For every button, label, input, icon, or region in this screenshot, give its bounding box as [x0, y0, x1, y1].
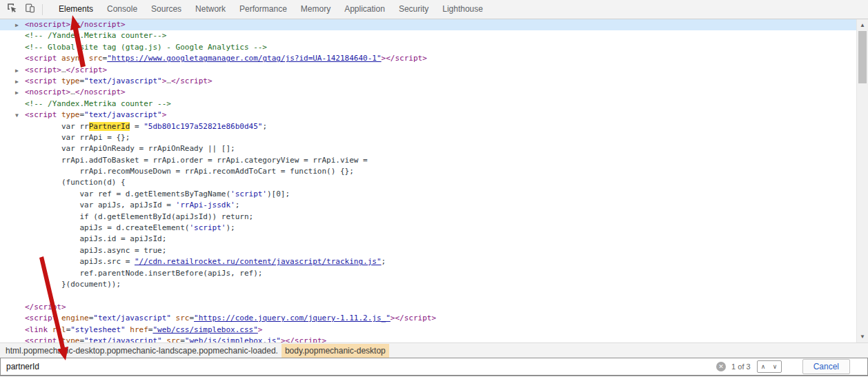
dom-tree-line[interactable]: <script async src="https://www.googletag…: [0, 53, 856, 64]
expand-arrow-icon[interactable]: ▶: [15, 76, 25, 88]
code-token: "web/js/simplebox.js": [185, 336, 281, 342]
code-token: var ref = d.getElementsByTagName(: [25, 190, 230, 198]
dom-tree-line[interactable]: apiJs = d.createElement('script');: [0, 223, 856, 234]
dom-tree-line[interactable]: var apiJs, apiJsId = 'rrApi-jssdk';: [0, 200, 856, 211]
code-token: "stylesheet": [70, 325, 125, 334]
dom-tree-line[interactable]: ▶<noscript>…</noscript>: [0, 87, 856, 98]
tab-performance[interactable]: Performance: [233, 0, 294, 19]
dom-tree-line[interactable]: ▼<script type="text/javascript">: [0, 110, 856, 121]
dom-tree-line[interactable]: var rrApi = {};: [0, 132, 856, 143]
code-token: )[0];: [267, 190, 290, 198]
dom-tree-line[interactable]: ▶<noscript>…</noscript>: [0, 19, 856, 30]
dom-tree-line[interactable]: <script type="text/javascript" src="web/…: [0, 336, 856, 342]
code-token: ></script>: [382, 54, 427, 63]
scroll-down-icon: ▼: [860, 334, 865, 340]
code-token: =: [130, 122, 144, 131]
code-token: "text/javascript": [84, 110, 162, 119]
dom-tree-line[interactable]: }(document));: [0, 279, 856, 290]
code-token: rrApi.addToBasket = rrApi.order = rrApi.…: [25, 156, 368, 165]
clear-search-button[interactable]: ✕: [716, 362, 726, 371]
code-token: 'script': [230, 190, 267, 198]
breadcrumb-item[interactable]: body.popmechanic-desktop: [282, 344, 389, 358]
code-token: ;: [262, 122, 267, 131]
find-bar: ✕ 1 of 3 ∧ ∨ Cancel: [0, 358, 868, 376]
device-toolbar-button[interactable]: [21, 1, 39, 19]
dom-tree-line[interactable]: apiJs.id = apiJsId;: [0, 234, 856, 245]
dom-tree-line[interactable]: <!-- /Yandex.Metrika counter-->: [0, 30, 856, 41]
code-token: <script: [25, 110, 61, 119]
match-count: 1 of 3: [731, 362, 751, 371]
code-token: </script>: [171, 76, 213, 85]
expand-arrow-icon[interactable]: ▶: [15, 88, 25, 99]
inspect-cursor-icon: [7, 3, 17, 16]
code-token: src: [89, 54, 103, 63]
code-token: }(document));: [25, 280, 121, 289]
expand-arrow-icon[interactable]: ▼: [15, 110, 25, 121]
code-token: "https://www.googletagmanager.com/gtag/j…: [107, 54, 381, 63]
dom-tree-line[interactable]: var ref = d.getElementsByTagName('script…: [0, 189, 856, 200]
dom-tree-line[interactable]: (function(d) {: [0, 177, 856, 188]
code-token: type: [61, 336, 80, 342]
dom-tree-line[interactable]: ref.parentNode.insertBefore(apiJs, ref);: [0, 268, 856, 279]
dom-tree-line[interactable]: <script engine="text/javascript" src="ht…: [0, 313, 856, 324]
tab-lighthouse[interactable]: Lighthouse: [435, 0, 490, 19]
tab-elements[interactable]: Elements: [52, 0, 100, 19]
tab-application[interactable]: Application: [337, 0, 392, 19]
tab-console[interactable]: Console: [100, 0, 144, 19]
dom-tree-line[interactable]: ▶<script type="text/javascript">…</scrip…: [0, 76, 856, 87]
code-token: (function(d) {: [25, 178, 126, 187]
dom-tree-line[interactable]: <!-- Global site tag (gtag.js) - Google …: [0, 42, 856, 53]
expand-arrow-icon[interactable]: ▶: [15, 20, 25, 31]
devtools-window: ElementsConsoleSourcesNetworkPerformance…: [0, 0, 868, 379]
code-token: </noscript>: [75, 20, 126, 29]
code-token: =: [180, 336, 185, 342]
search-input[interactable]: [1, 362, 713, 371]
scroll-up-button[interactable]: ▲: [857, 20, 868, 30]
code-token: );: [226, 223, 235, 232]
breadcrumb-item[interactable]: html.popmechanic-desktop.popmechanic-lan…: [2, 344, 282, 358]
dom-tree-line[interactable]: var rrPartnerId = "5db801c197a52821e86b0…: [0, 121, 856, 132]
scroll-down-button[interactable]: ▼: [857, 331, 868, 342]
breadcrumb: html.popmechanic-desktop.popmechanic-lan…: [0, 342, 868, 358]
dom-tree-line[interactable]: rrApi.addToBasket = rrApi.order = rrApi.…: [0, 155, 856, 166]
code-token: …: [166, 76, 171, 85]
code-token: …: [70, 20, 75, 29]
code-token: "//cdn.retailrocket.ru/content/javascrip…: [135, 257, 382, 266]
next-match-button[interactable]: ∨: [769, 361, 781, 372]
scrollbar-thumb[interactable]: [858, 31, 867, 83]
dom-tree-line[interactable]: if (d.getElementById(apiJsId)) return;: [0, 212, 856, 223]
tab-network[interactable]: Network: [188, 0, 233, 19]
dom-tree-line[interactable]: ▶<script>…</script>: [0, 65, 856, 76]
code-token: "web/css/simplebox.css": [152, 325, 257, 334]
dom-tree-line[interactable]: <!-- /Yandex.Metrika counter -->: [0, 99, 856, 110]
code-token: <!-- /Yandex.Metrika counter-->: [25, 31, 166, 40]
code-token: ;: [382, 257, 386, 266]
inspect-element-button[interactable]: [3, 1, 21, 19]
code-token: >: [162, 110, 167, 119]
dom-tree-line[interactable]: <link rel="stylesheet" href="web/css/sim…: [0, 325, 856, 336]
code-token: src: [176, 314, 190, 322]
tab-sources[interactable]: Sources: [144, 0, 188, 19]
code-token: …: [61, 65, 66, 74]
cancel-button[interactable]: Cancel: [802, 359, 850, 374]
scrollbar[interactable]: ▲ ▼: [856, 19, 868, 342]
dom-tree-line[interactable]: var rrApiOnReady = rrApiOnReady || [];: [0, 143, 856, 154]
code-token: ></script>: [391, 314, 436, 322]
code-token: var rrApi = {};: [25, 133, 130, 142]
code-token: ></script>: [281, 336, 326, 342]
previous-match-button[interactable]: ∧: [758, 361, 769, 372]
dom-tree-line[interactable]: apiJs.async = true;: [0, 245, 856, 256]
tab-memory[interactable]: Memory: [294, 0, 337, 19]
code-token: rel: [52, 325, 66, 334]
dom-tree-line[interactable]: apiJs.src = "//cdn.retailrocket.ru/conte…: [0, 256, 856, 267]
code-token: ;: [235, 201, 240, 209]
expand-arrow-icon[interactable]: ▶: [15, 65, 25, 76]
clear-icon: ✕: [718, 363, 724, 370]
match-nav: ∧ ∨: [757, 360, 782, 373]
dom-tree-line[interactable]: [0, 290, 856, 301]
dom-tree-line[interactable]: </script>: [0, 302, 856, 313]
code-token: var rr: [25, 122, 89, 131]
dom-tree-line[interactable]: rrApi.recomMouseDown = rrApi.recomAddToC…: [0, 166, 856, 177]
tab-security[interactable]: Security: [392, 0, 435, 19]
code-token: 'rrApi-jssdk': [176, 201, 235, 209]
